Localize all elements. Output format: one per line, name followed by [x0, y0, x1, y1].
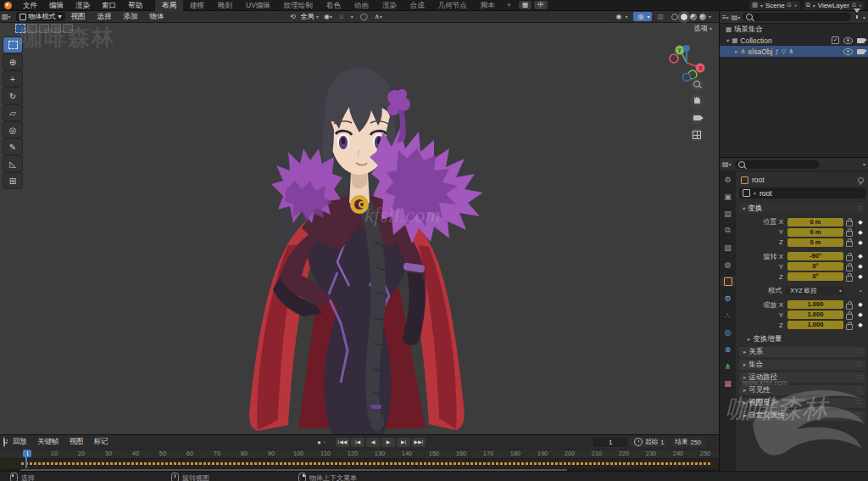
topbar-menu-item[interactable]: 帮助	[122, 0, 148, 11]
display-mode-icon[interactable]: ▤▾	[732, 14, 741, 21]
value-field[interactable]: 0 m	[787, 238, 843, 247]
select-mode-invert-icon[interactable]	[51, 24, 61, 33]
workspace-tab[interactable]: 脚本	[474, 0, 502, 11]
workspace-tab[interactable]: 合成	[403, 0, 431, 11]
zoom-icon[interactable]	[690, 77, 704, 91]
value-field[interactable]: 1.000	[787, 310, 843, 319]
language-button[interactable]: 中	[534, 1, 548, 9]
object-name-field[interactable]: ▾ root	[739, 187, 865, 199]
select-mode-extend-icon[interactable]	[27, 24, 37, 33]
timeline-menu-item[interactable]: 回放	[8, 437, 32, 447]
properties-search-input[interactable]	[735, 160, 820, 169]
lock-icon[interactable]	[843, 252, 855, 261]
new-view-layer-icon[interactable]: ⧉	[852, 2, 856, 8]
keyframes-strip[interactable]	[20, 460, 710, 467]
viewport-menu-item[interactable]: 视图	[65, 12, 92, 22]
panel-menu-icon[interactable]: ∷	[857, 386, 861, 394]
panel-menu-icon[interactable]: ∷	[857, 348, 861, 355]
value-field[interactable]: XYZ 欧拉	[786, 287, 844, 295]
properties-tab[interactable]: ⧉	[721, 225, 735, 236]
lock-icon[interactable]	[843, 321, 855, 330]
snap-target-dropdown[interactable]: ▾	[349, 13, 355, 20]
editor-type-icon[interactable]: ▧▾	[0, 13, 13, 20]
select-mode-subtract-icon[interactable]	[39, 24, 49, 33]
collapsed-panel[interactable]: ▸ 集合 ∷	[739, 360, 865, 370]
timeline-menu-item[interactable]: 关键帧	[32, 437, 64, 447]
toggle-xray-icon[interactable]: ▥	[655, 13, 665, 20]
proportional-editing-icon[interactable]: ◯	[359, 13, 370, 20]
options-dropdown[interactable]: 选项 ▾	[694, 24, 712, 33]
workspace-tab[interactable]: 布局	[155, 0, 183, 11]
timeline-ruler[interactable]: 1102030405060708090100110120130140150160…	[0, 449, 719, 458]
keyframe-diamond-icon[interactable]	[855, 229, 865, 236]
scene-selector[interactable]: ▧▾ Scene ⧉ ×	[749, 1, 799, 10]
workspace-tab[interactable]: 动画	[348, 0, 376, 11]
material-shading-icon[interactable]	[690, 14, 697, 20]
new-scene-icon[interactable]: ⧉	[787, 2, 792, 8]
editor-type-icon[interactable]	[3, 438, 5, 446]
panel-menu-icon[interactable]: ∷	[858, 204, 862, 212]
proportional-falloff-dropdown[interactable]: ∧▾	[373, 13, 384, 20]
keyframe-diamond-icon[interactable]	[855, 253, 865, 260]
solid-shading-icon[interactable]	[681, 14, 687, 20]
current-frame-field[interactable]: 1	[593, 438, 627, 447]
properties-tab[interactable]	[721, 276, 735, 287]
workspace-tab[interactable]: 纹理绘制	[277, 0, 320, 11]
delta-transform-subpanel[interactable]: ▸ 变换增量	[739, 334, 865, 344]
workspace-tab[interactable]: 渲染	[376, 0, 403, 11]
prev-keyframe-button[interactable]: |◀	[351, 438, 364, 447]
addon-icon-button[interactable]: ▦	[519, 1, 531, 9]
rendered-shading-icon[interactable]	[699, 14, 706, 20]
unlink-scene-icon[interactable]: ×	[794, 3, 798, 8]
outliner-row-scene-collection[interactable]: ▦ 场景集合	[720, 24, 868, 35]
keyframe-diamond-icon[interactable]	[855, 288, 865, 294]
topbar-menu-item[interactable]: 渲染	[70, 0, 96, 11]
properties-tab[interactable]: ⚙	[721, 174, 735, 185]
collapsed-panel[interactable]: ▸ 视图显示 ∷	[739, 398, 865, 408]
pan-hand-icon[interactable]	[690, 94, 704, 108]
orientation-dropdown[interactable]: 全局 ▾	[301, 12, 319, 21]
value-field[interactable]: 0°	[787, 262, 843, 271]
add-workspace-button[interactable]: +	[502, 1, 516, 9]
filter-funnel-icon[interactable]	[854, 13, 860, 21]
topbar-menu-item[interactable]: 窗口	[96, 0, 122, 11]
next-keyframe-button[interactable]: ▶|	[397, 438, 410, 447]
keyframe-diamond-icon[interactable]	[855, 263, 865, 270]
disclosure-icon[interactable]: ▾	[726, 37, 729, 44]
keyframe-diamond-icon[interactable]	[855, 301, 865, 308]
viewport-menu-item[interactable]: 选择	[92, 12, 118, 22]
jump-to-start-button[interactable]: |◀◀	[336, 438, 349, 447]
collection-checkbox[interactable]: ✓	[832, 36, 839, 44]
tool-button[interactable]: ⊞	[3, 173, 22, 188]
value-field[interactable]: 1.000	[787, 321, 843, 329]
lock-icon[interactable]	[843, 238, 855, 247]
jump-to-end-button[interactable]: ▶▶|	[412, 438, 426, 447]
show-overlays-dropdown[interactable]: ◎▾	[633, 12, 652, 21]
workspace-tab[interactable]: 着色	[320, 0, 348, 11]
properties-tab[interactable]: ⋔	[721, 361, 735, 372]
perspective-toggle-icon[interactable]	[690, 128, 704, 142]
wireframe-shading-icon[interactable]	[671, 14, 678, 20]
show-gizmo-dropdown[interactable]: ◉▾	[611, 12, 630, 21]
eye-icon[interactable]	[843, 37, 853, 44]
filter-dropdown[interactable]: ▾	[863, 14, 865, 20]
topbar-menu-item[interactable]: 文件	[17, 0, 43, 11]
snap-magnet-icon[interactable]: ∪	[337, 13, 346, 20]
outliner-row-collection[interactable]: ▾ ▦ Collection ✓	[720, 35, 868, 46]
lock-icon[interactable]	[843, 300, 855, 310]
tool-button[interactable]: +	[3, 71, 22, 87]
keyframe-diamond-icon[interactable]	[855, 311, 865, 318]
select-mode-new-icon[interactable]	[15, 24, 25, 33]
properties-tab[interactable]: ◍	[721, 259, 735, 270]
camera-visibility-icon[interactable]	[857, 38, 865, 43]
properties-tab[interactable]: ▣	[721, 191, 735, 202]
viewport-3d[interactable]: ⊕ + ↻ ▱ ◎ ✎ ◺ ⊞	[0, 23, 719, 434]
camera-view-icon[interactable]	[690, 111, 704, 125]
mode-dropdown[interactable]: 物体模式 ▾	[16, 12, 65, 21]
collapsed-panel[interactable]: ▸ 关系 ∷	[739, 347, 865, 357]
timeline-menu-item[interactable]: 视图	[64, 437, 89, 447]
editor-type-icon[interactable]: ≡▾	[722, 14, 729, 21]
pin-icon[interactable]	[858, 177, 864, 183]
collapsed-panel[interactable]: ▸ 运动路径 ∷	[739, 372, 865, 383]
select-mode-intersect-icon[interactable]	[63, 24, 73, 33]
